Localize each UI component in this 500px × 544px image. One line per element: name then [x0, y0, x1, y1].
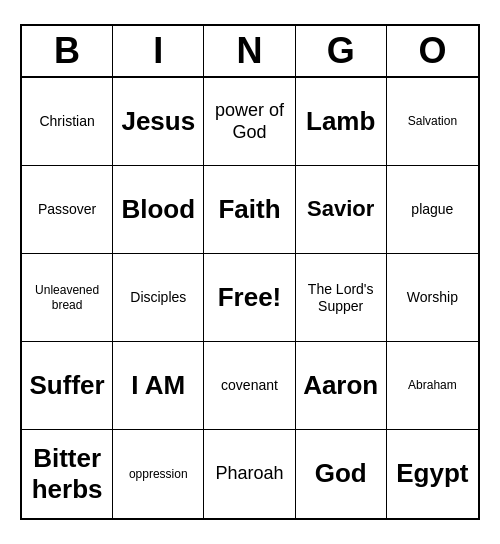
- cell-text: Bitter herbs: [26, 443, 108, 505]
- cell-text: Faith: [218, 194, 280, 225]
- bingo-cell: Faith: [204, 166, 295, 254]
- cell-text: Suffer: [30, 370, 105, 401]
- cell-text: Jesus: [121, 106, 195, 137]
- cell-text: Christian: [39, 113, 94, 130]
- bingo-cell: God: [296, 430, 387, 518]
- cell-text: covenant: [221, 377, 278, 394]
- cell-text: Aaron: [303, 370, 378, 401]
- bingo-cell: Free!: [204, 254, 295, 342]
- header-letter: G: [296, 26, 387, 76]
- cell-text: Disciples: [130, 289, 186, 306]
- bingo-cell: Unleavened bread: [22, 254, 113, 342]
- header-letter: N: [204, 26, 295, 76]
- cell-text: The Lord's Supper: [300, 281, 382, 315]
- bingo-cell: Jesus: [113, 78, 204, 166]
- bingo-cell: Egypt: [387, 430, 478, 518]
- cell-text: Blood: [121, 194, 195, 225]
- bingo-cell: I AM: [113, 342, 204, 430]
- bingo-cell: covenant: [204, 342, 295, 430]
- header-letter: I: [113, 26, 204, 76]
- bingo-cell: The Lord's Supper: [296, 254, 387, 342]
- cell-text: oppression: [129, 467, 188, 481]
- bingo-cell: Disciples: [113, 254, 204, 342]
- cell-text: power of God: [208, 100, 290, 143]
- bingo-cell: Bitter herbs: [22, 430, 113, 518]
- bingo-cell: Pharoah: [204, 430, 295, 518]
- bingo-cell: Blood: [113, 166, 204, 254]
- bingo-cell: Savior: [296, 166, 387, 254]
- bingo-cell: Suffer: [22, 342, 113, 430]
- cell-text: Free!: [218, 282, 282, 313]
- cell-text: Pharoah: [215, 463, 283, 485]
- bingo-cell: Aaron: [296, 342, 387, 430]
- cell-text: Worship: [407, 289, 458, 306]
- bingo-cell: Passover: [22, 166, 113, 254]
- bingo-cell: plague: [387, 166, 478, 254]
- bingo-cell: Abraham: [387, 342, 478, 430]
- bingo-header: BINGO: [22, 26, 478, 78]
- header-letter: O: [387, 26, 478, 76]
- bingo-cell: Salvation: [387, 78, 478, 166]
- cell-text: Abraham: [408, 378, 457, 392]
- cell-text: Salvation: [408, 114, 457, 128]
- cell-text: God: [315, 458, 367, 489]
- bingo-cell: Lamb: [296, 78, 387, 166]
- bingo-cell: Christian: [22, 78, 113, 166]
- bingo-card: BINGO ChristianJesuspower of GodLambSalv…: [20, 24, 480, 520]
- header-letter: B: [22, 26, 113, 76]
- cell-text: Passover: [38, 201, 96, 218]
- cell-text: Unleavened bread: [26, 283, 108, 312]
- cell-text: Egypt: [396, 458, 468, 489]
- bingo-cell: oppression: [113, 430, 204, 518]
- bingo-cell: power of God: [204, 78, 295, 166]
- cell-text: Lamb: [306, 106, 375, 137]
- cell-text: plague: [411, 201, 453, 218]
- cell-text: Savior: [307, 196, 374, 222]
- bingo-grid: ChristianJesuspower of GodLambSalvationP…: [22, 78, 478, 518]
- bingo-cell: Worship: [387, 254, 478, 342]
- cell-text: I AM: [131, 370, 185, 401]
